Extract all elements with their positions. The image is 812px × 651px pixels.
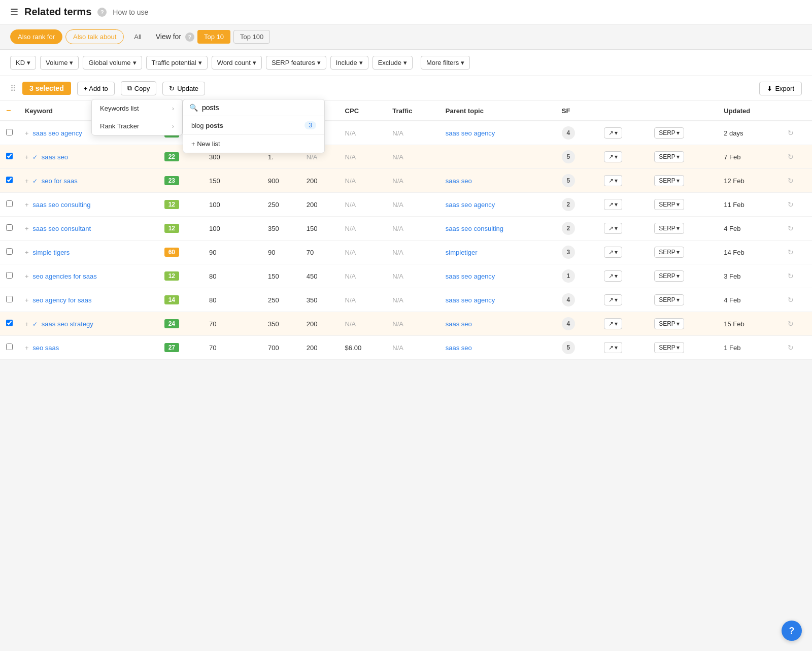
row-checkbox-input[interactable] xyxy=(6,272,13,279)
row-checkbox-input[interactable] xyxy=(6,344,13,350)
tab-top100[interactable]: Top 100 xyxy=(233,30,270,44)
dropdown-rank-tracker[interactable]: Rank Tracker › xyxy=(92,117,182,135)
row-trend[interactable]: ↗ ▾ xyxy=(598,193,648,217)
refresh-icon[interactable]: ↻ xyxy=(788,129,794,137)
search-input[interactable] xyxy=(202,104,318,112)
row-trend[interactable]: ↗ ▾ xyxy=(598,169,648,193)
filter-exclude[interactable]: Exclude ▾ xyxy=(373,56,413,70)
plus-icon[interactable]: + xyxy=(25,249,29,256)
serp-button[interactable]: SERP ▾ xyxy=(654,223,684,234)
plus-icon[interactable]: + xyxy=(25,225,29,232)
col-updated[interactable]: Updated xyxy=(718,101,782,121)
keyword-link[interactable]: seo saas xyxy=(32,344,59,352)
view-for-help-icon[interactable]: ? xyxy=(185,32,194,42)
trend-button[interactable]: ↗ ▾ xyxy=(604,127,622,139)
serp-button[interactable]: SERP ▾ xyxy=(654,342,684,353)
keyword-link[interactable]: seo agency for saas xyxy=(32,296,91,304)
tab-also-rank-for[interactable]: Also rank for xyxy=(10,29,62,44)
serp-button[interactable]: SERP ▾ xyxy=(654,199,684,210)
plus-icon[interactable]: + xyxy=(25,344,29,352)
filter-word-count[interactable]: Word count ▾ xyxy=(212,56,262,70)
serp-button[interactable]: SERP ▾ xyxy=(654,151,684,162)
row-serp[interactable]: SERP ▾ xyxy=(648,264,718,288)
row-refresh[interactable]: ↻ xyxy=(782,312,812,336)
refresh-icon[interactable]: ↻ xyxy=(788,344,794,352)
row-checkbox-input[interactable] xyxy=(6,200,13,207)
serp-button[interactable]: SERP ▾ xyxy=(654,270,684,282)
hamburger-icon[interactable]: ☰ xyxy=(10,7,18,18)
trend-button[interactable]: ↗ ▾ xyxy=(604,199,622,210)
parent-link[interactable]: saas seo agency xyxy=(446,201,495,209)
row-checkbox[interactable] xyxy=(0,241,19,264)
tab-top10[interactable]: Top 10 xyxy=(197,30,230,44)
serp-button[interactable]: SERP ▾ xyxy=(654,175,684,186)
keyword-link[interactable]: saas seo strategy xyxy=(42,320,93,328)
row-checkbox[interactable] xyxy=(0,169,19,193)
filter-serp-features[interactable]: SERP features ▾ xyxy=(266,56,326,70)
row-trend[interactable]: ↗ ▾ xyxy=(598,336,648,360)
parent-link[interactable]: saas seo agency xyxy=(446,272,495,280)
row-serp[interactable]: SERP ▾ xyxy=(648,193,718,217)
trend-button[interactable]: ↗ ▾ xyxy=(604,270,622,282)
parent-link[interactable]: saas seo consulting xyxy=(446,225,503,232)
row-refresh[interactable]: ↻ xyxy=(782,288,812,312)
keyword-link[interactable]: saas seo agency xyxy=(32,129,82,137)
drag-handle-icon[interactable]: ⠿ xyxy=(10,84,16,93)
row-checkbox[interactable] xyxy=(0,145,19,169)
plus-icon[interactable]: + xyxy=(25,296,29,304)
refresh-icon[interactable]: ↻ xyxy=(788,177,794,185)
row-serp[interactable]: SERP ▾ xyxy=(648,241,718,264)
row-serp[interactable]: SERP ▾ xyxy=(648,121,718,145)
filter-global-volume[interactable]: Global volume ▾ xyxy=(83,56,142,70)
row-trend[interactable]: ↗ ▾ xyxy=(598,241,648,264)
row-trend[interactable]: ↗ ▾ xyxy=(598,145,648,169)
search-result-blog-posts[interactable]: blog posts 3 xyxy=(183,116,324,134)
trend-button[interactable]: ↗ ▾ xyxy=(604,247,622,258)
row-refresh[interactable]: ↻ xyxy=(782,336,812,360)
tab-also-talk-about[interactable]: Also talk about xyxy=(65,29,124,44)
trend-button[interactable]: ↗ ▾ xyxy=(604,318,622,329)
plus-icon[interactable]: + xyxy=(25,129,29,137)
row-checkbox[interactable] xyxy=(0,121,19,145)
col-parent[interactable]: Parent topic xyxy=(439,101,556,121)
trend-button[interactable]: ↗ ▾ xyxy=(604,223,622,234)
refresh-icon[interactable]: ↻ xyxy=(788,320,794,328)
serp-button[interactable]: SERP ▾ xyxy=(654,247,684,258)
filter-include[interactable]: Include ▾ xyxy=(330,56,368,70)
copy-button[interactable]: ⧉ Copy xyxy=(121,81,156,95)
row-trend[interactable]: ↗ ▾ xyxy=(598,217,648,241)
plus-icon[interactable]: + xyxy=(25,153,29,161)
add-to-button[interactable]: + Add to xyxy=(77,82,115,95)
row-refresh[interactable]: ↻ xyxy=(782,145,812,169)
row-checkbox[interactable] xyxy=(0,193,19,217)
row-trend[interactable]: ↗ ▾ xyxy=(598,288,648,312)
plus-icon[interactable]: + xyxy=(25,201,29,209)
row-serp[interactable]: SERP ▾ xyxy=(648,312,718,336)
row-serp[interactable]: SERP ▾ xyxy=(648,288,718,312)
row-serp[interactable]: SERP ▾ xyxy=(648,145,718,169)
row-trend[interactable]: ↗ ▾ xyxy=(598,264,648,288)
trend-button[interactable]: ↗ ▾ xyxy=(604,175,622,186)
row-checkbox-input[interactable] xyxy=(6,320,13,326)
keyword-link[interactable]: saas seo xyxy=(42,153,68,161)
row-checkbox[interactable] xyxy=(0,288,19,312)
new-list-button[interactable]: + New list xyxy=(183,134,324,153)
keyword-link[interactable]: saas seo consulting xyxy=(32,201,90,209)
keyword-link[interactable]: seo for saas xyxy=(42,177,78,185)
refresh-icon[interactable]: ↻ xyxy=(788,200,794,209)
trend-button[interactable]: ↗ ▾ xyxy=(604,151,622,162)
serp-button[interactable]: SERP ▾ xyxy=(654,318,684,329)
parent-link[interactable]: saas seo xyxy=(446,344,472,352)
row-refresh[interactable]: ↻ xyxy=(782,264,812,288)
row-serp[interactable]: SERP ▾ xyxy=(648,217,718,241)
filter-more[interactable]: More filters ▾ xyxy=(421,56,470,70)
tab-all[interactable]: All xyxy=(127,30,148,44)
row-trend[interactable]: ↗ ▾ xyxy=(598,121,648,145)
parent-link[interactable]: saas seo xyxy=(446,320,472,328)
keyword-link[interactable]: saas seo consultant xyxy=(32,225,91,232)
refresh-icon[interactable]: ↻ xyxy=(788,248,794,256)
row-checkbox[interactable] xyxy=(0,217,19,241)
row-checkbox[interactable] xyxy=(0,336,19,360)
filter-volume[interactable]: Volume ▾ xyxy=(40,56,79,70)
refresh-icon[interactable]: ↻ xyxy=(788,224,794,232)
